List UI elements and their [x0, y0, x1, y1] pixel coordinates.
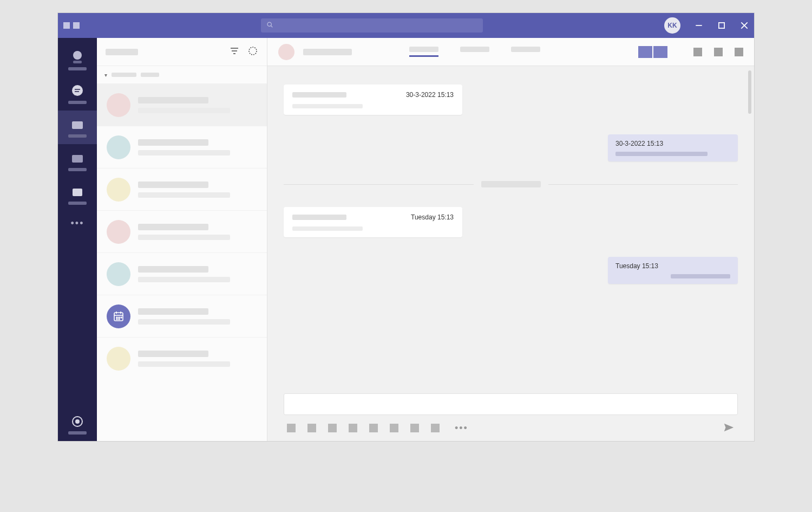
message-outgoing: Tuesday 15:13 [608, 257, 738, 284]
message-outgoing: 30-3-2022 15:13 [608, 134, 738, 161]
filter-icon[interactable] [229, 46, 240, 58]
contact-avatar [107, 178, 130, 202]
svg-point-26 [121, 317, 122, 318]
send-button[interactable] [723, 422, 735, 435]
chat-header [267, 38, 754, 66]
approval-icon[interactable] [431, 424, 440, 432]
meet-icon[interactable] [390, 424, 398, 432]
chat-messages: 30-3-2022 15:1330-3-2022 15:13Tuesday 15… [267, 66, 754, 393]
svg-point-19 [249, 47, 257, 55]
chevron-down-icon: ▾ [104, 72, 107, 78]
chat-list-item[interactable] [97, 168, 267, 210]
chat-list-item[interactable] [97, 83, 267, 126]
svg-point-25 [119, 317, 120, 318]
rail-label [68, 101, 87, 104]
message-timestamp: Tuesday 15:13 [615, 262, 730, 270]
rail-help[interactable] [58, 407, 97, 441]
svg-line-1 [271, 26, 273, 28]
rail-chat[interactable] [58, 77, 97, 111]
calendar-icon [107, 304, 130, 328]
chat-list-item[interactable] [97, 210, 267, 252]
chat-list-item[interactable] [97, 337, 267, 379]
svg-point-15 [75, 419, 80, 424]
svg-rect-11 [72, 121, 83, 129]
new-chat-icon[interactable] [247, 46, 258, 58]
tab-files[interactable] [460, 47, 489, 57]
titlebar-dot [63, 22, 70, 29]
contact-name [138, 351, 208, 357]
sender-name [292, 215, 346, 220]
titlebar-dot [73, 22, 80, 29]
contact-preview [138, 150, 230, 155]
message-text [292, 104, 363, 108]
message-text [671, 274, 730, 278]
call-buttons[interactable] [638, 46, 667, 58]
chat-list-item[interactable] [97, 252, 267, 295]
maximize-button[interactable] [717, 21, 726, 30]
message-input[interactable] [284, 393, 738, 415]
message-incoming: 30-3-2022 15:13 [284, 85, 462, 115]
contact-preview [138, 235, 230, 240]
svg-point-6 [73, 51, 82, 60]
gif-icon[interactable] [349, 424, 357, 432]
files-icon [70, 184, 85, 199]
rail-label [68, 134, 87, 138]
tab-more[interactable] [511, 47, 540, 57]
divider-label [481, 181, 541, 187]
rail-activity[interactable] [58, 43, 97, 77]
message-timestamp: Tuesday 15:13 [411, 213, 454, 221]
user-avatar[interactable]: KK [664, 17, 680, 34]
chat-list-item[interactable] [97, 295, 267, 337]
help-icon [70, 414, 85, 429]
compose-more[interactable]: ••• [455, 423, 468, 434]
contact-name [138, 266, 208, 273]
message-text [292, 226, 363, 231]
video-call-button[interactable] [638, 46, 652, 58]
format-icon[interactable] [287, 424, 296, 432]
contact-avatar [107, 220, 130, 244]
minimize-button[interactable] [695, 21, 703, 30]
contact-preview [138, 108, 230, 113]
app-window: KK [58, 13, 754, 441]
add-people-icon[interactable] [714, 48, 723, 56]
compose-area: ••• [267, 393, 754, 441]
chat-list-item[interactable] [97, 126, 267, 168]
share-icon[interactable] [693, 48, 702, 56]
svg-rect-3 [719, 23, 724, 28]
svg-point-27 [116, 319, 117, 320]
message-timestamp: 30-3-2022 15:13 [615, 140, 730, 147]
emoji-icon[interactable] [328, 424, 337, 432]
popout-icon[interactable] [735, 48, 743, 56]
rail-teams[interactable] [58, 111, 97, 144]
rail-label [68, 67, 87, 70]
assignments-icon [70, 151, 85, 166]
date-divider [284, 181, 738, 187]
svg-rect-7 [73, 61, 82, 63]
rail-files[interactable] [58, 178, 97, 211]
section-label [112, 73, 136, 77]
section-label [141, 73, 159, 77]
contact-avatar [107, 262, 130, 286]
rail-assignments[interactable] [58, 144, 97, 178]
stream-icon[interactable] [410, 424, 419, 432]
app-rail: ••• [58, 38, 97, 441]
search-input[interactable] [261, 18, 483, 33]
message-incoming: Tuesday 15:13 [284, 207, 462, 237]
chat-list [97, 83, 267, 441]
contact-preview [138, 277, 230, 282]
svg-point-28 [119, 319, 120, 320]
svg-rect-13 [73, 189, 82, 196]
tab-chat[interactable] [409, 47, 438, 57]
sticker-icon[interactable] [369, 424, 378, 432]
teams-icon [70, 117, 85, 132]
audio-call-button[interactable] [653, 46, 667, 58]
chat-avatar [278, 44, 294, 60]
chat-main: 30-3-2022 15:1330-3-2022 15:13Tuesday 15… [267, 38, 754, 441]
contact-avatar [107, 93, 130, 117]
attach-icon[interactable] [307, 424, 316, 432]
close-button[interactable] [740, 21, 749, 30]
rail-label [68, 202, 87, 205]
search-icon [266, 21, 273, 30]
sidebar-section[interactable]: ▾ [97, 66, 267, 83]
rail-more[interactable]: ••• [71, 218, 84, 229]
